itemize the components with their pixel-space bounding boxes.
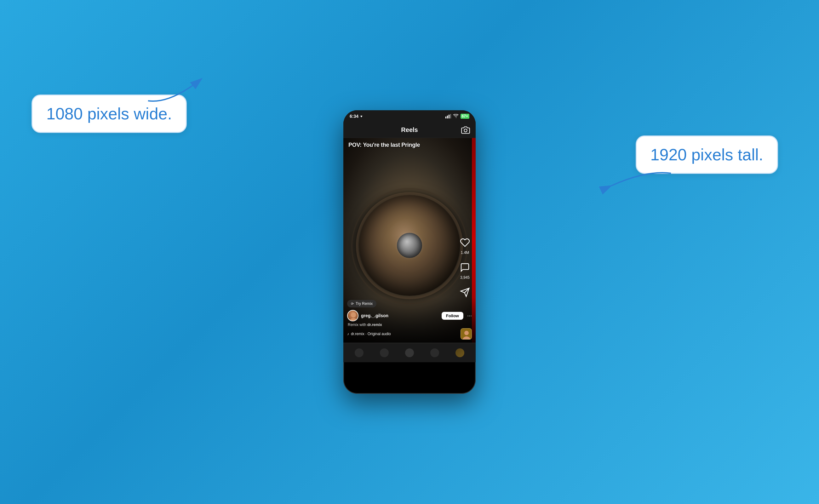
status-time: 6:34 ♥ bbox=[350, 114, 363, 119]
camera-icon[interactable] bbox=[461, 126, 470, 135]
tunnel-center bbox=[397, 233, 422, 258]
annotation-text-right: 1920 pixels tall. bbox=[650, 146, 763, 164]
signal-icon bbox=[445, 114, 451, 118]
username-label[interactable]: greg._.gilson bbox=[361, 313, 439, 318]
phone-frame: 6:34 ♥ 67+ bbox=[343, 110, 476, 394]
bottom-navigation bbox=[343, 343, 476, 362]
svg-point-6 bbox=[464, 129, 467, 132]
send-icon[interactable] bbox=[460, 287, 470, 297]
remix-username[interactable]: dr.remix bbox=[367, 323, 382, 327]
svg-rect-2 bbox=[445, 117, 446, 118]
nav-home[interactable] bbox=[355, 348, 364, 357]
annotation-text-left: 1080 pixels wide. bbox=[46, 105, 172, 123]
nav-home-icon[interactable] bbox=[355, 348, 364, 357]
svg-rect-5 bbox=[450, 114, 451, 118]
more-options-icon[interactable]: ··· bbox=[467, 312, 472, 319]
svg-point-10 bbox=[349, 318, 358, 321]
remix-prefix: Remix with bbox=[348, 323, 366, 327]
nav-profile-icon[interactable] bbox=[455, 348, 464, 357]
nav-reels-icon[interactable] bbox=[405, 348, 414, 357]
svg-point-9 bbox=[351, 312, 356, 318]
battery-indicator: 67+ bbox=[461, 114, 469, 119]
try-remix-button[interactable]: ⟳ Try Remix bbox=[347, 300, 376, 307]
tunnel-body bbox=[359, 195, 460, 296]
nav-search[interactable] bbox=[380, 348, 389, 357]
comment-action[interactable]: 3,945 bbox=[458, 261, 472, 280]
action-icons-panel: 1.4M 3,945 bbox=[458, 236, 472, 305]
remix-icon: ⟳ bbox=[351, 302, 354, 306]
reels-title: Reels bbox=[401, 126, 418, 134]
wifi-icon bbox=[453, 114, 459, 118]
heart-icon[interactable] bbox=[460, 238, 470, 248]
audio-text: dr.remix · Original audio bbox=[351, 332, 391, 336]
avatar-face bbox=[348, 311, 358, 321]
nav-shop-icon[interactable] bbox=[430, 348, 439, 357]
user-avatar[interactable] bbox=[347, 310, 358, 321]
audio-thumbnail[interactable] bbox=[461, 328, 472, 340]
comment-icon-container[interactable] bbox=[458, 261, 472, 274]
nav-shop[interactable] bbox=[430, 348, 439, 357]
follow-button[interactable]: Follow bbox=[442, 312, 463, 320]
time-display: 6:34 bbox=[350, 114, 358, 119]
status-icons: 67+ bbox=[445, 114, 469, 119]
user-info-row: greg._.gilson Follow ··· bbox=[347, 310, 472, 321]
arrow-left bbox=[145, 69, 214, 107]
audio-row: ♪ dr.remix · Original audio bbox=[347, 328, 472, 340]
comment-icon[interactable] bbox=[460, 262, 470, 272]
reel-caption-text: POV: You're the last Pringle bbox=[348, 142, 420, 148]
like-count: 1.4M bbox=[461, 250, 469, 255]
svg-rect-3 bbox=[447, 116, 448, 118]
heart-status-icon: ♥ bbox=[360, 114, 363, 118]
remix-info: Remix with dr.remix bbox=[347, 323, 472, 327]
reel-caption: POV: You're the last Pringle bbox=[343, 138, 476, 148]
try-remix-label: Try Remix bbox=[356, 301, 373, 306]
arrow-right bbox=[592, 167, 674, 205]
heart-icon-container[interactable] bbox=[458, 236, 472, 249]
svg-rect-4 bbox=[449, 115, 450, 118]
svg-point-12 bbox=[464, 331, 469, 335]
avatar-image bbox=[348, 311, 358, 321]
status-bar: 6:34 ♥ 67+ bbox=[343, 110, 476, 122]
phone-mockup: 6:34 ♥ 67+ bbox=[343, 110, 476, 394]
nav-reels[interactable] bbox=[405, 348, 414, 357]
audio-info[interactable]: ♪ dr.remix · Original audio bbox=[347, 332, 391, 336]
nav-profile[interactable] bbox=[455, 348, 464, 357]
nav-search-icon[interactable] bbox=[380, 348, 389, 357]
reels-header: Reels bbox=[343, 122, 476, 138]
music-note-icon: ♪ bbox=[347, 332, 349, 336]
comment-count: 3,945 bbox=[460, 275, 470, 280]
bottom-info-overlay: ⟳ Try Remix greg._.gilson bbox=[343, 297, 476, 343]
video-area[interactable]: POV: You're the last Pringle 1.4M bbox=[343, 138, 476, 343]
like-action[interactable]: 1.4M bbox=[458, 236, 472, 255]
audio-thumb-image bbox=[461, 329, 472, 340]
